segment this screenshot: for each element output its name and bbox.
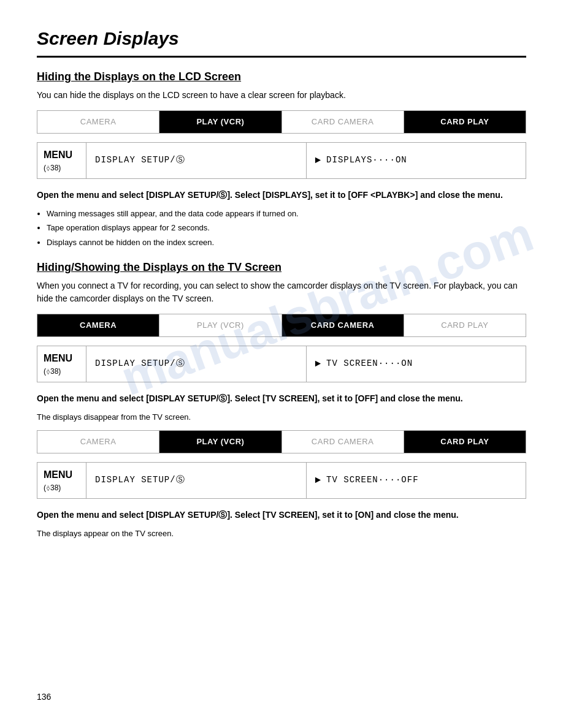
menu-value-text-3: TV SCREEN····OFF: [326, 474, 418, 487]
menu-arrow-3: ►: [315, 473, 322, 488]
mode-btn-play-vcr-1[interactable]: PLAY (VCR): [159, 111, 282, 133]
menu-word-1: MENU: [44, 148, 72, 162]
menu-word-3: MENU: [44, 468, 72, 482]
bullet-1-2: Tape operation displays appear for 2 sec…: [47, 222, 526, 234]
section1-instruction: Open the menu and select [DISPLAY SETUP/…: [37, 189, 526, 202]
section2-intro: When you connect a TV for recording, you…: [37, 279, 526, 305]
section1-bullets: Warning messages still appear, and the d…: [37, 208, 526, 249]
mode-btn-card-play-1[interactable]: CARD PLAY: [404, 111, 526, 133]
menu-row-2: MENU (⎀38) DISPLAY SETUP/Ⓢ ► TV SCREEN··…: [37, 346, 526, 382]
mode-btn-play-vcr-3[interactable]: PLAY (VCR): [159, 431, 282, 453]
bullet-1-1: Warning messages still appear, and the d…: [47, 208, 526, 220]
mode-btn-camera-1[interactable]: CAMERA: [37, 111, 159, 133]
menu-arrow-2: ►: [315, 357, 322, 371]
mode-btn-camera-2[interactable]: CAMERA: [37, 314, 159, 336]
mode-btn-card-play-2[interactable]: CARD PLAY: [404, 314, 526, 336]
mode-btn-card-camera-3[interactable]: CARD CAMERA: [282, 431, 404, 453]
mode-btn-card-play-3[interactable]: CARD PLAY: [404, 431, 526, 453]
menu-label-3: MENU (⎀38): [37, 463, 86, 498]
mode-bar-3: CAMERA PLAY (VCR) CARD CAMERA CARD PLAY: [37, 430, 526, 453]
section1-title: Hiding the Displays on the LCD Screen: [37, 69, 526, 85]
mode-bar-1: CAMERA PLAY (VCR) CARD CAMERA CARD PLAY: [37, 110, 526, 134]
section1-intro: You can hide the displays on the LCD scr…: [37, 89, 526, 102]
section2-instruction2: Open the menu and select [DISPLAY SETUP/…: [37, 509, 526, 521]
menu-value-1: ► DISPLAYS····ON: [307, 143, 526, 178]
mode-btn-play-vcr-2[interactable]: PLAY (VCR): [159, 314, 282, 336]
menu-ref-1: (⎀38): [44, 162, 61, 173]
mode-btn-card-camera-2[interactable]: CARD CAMERA: [282, 314, 404, 336]
menu-value-text-1: DISPLAYS····ON: [326, 154, 407, 167]
section2-instruction1: Open the menu and select [DISPLAY SETUP/…: [37, 392, 526, 405]
menu-word-2: MENU: [44, 351, 72, 366]
menu-display-setup-1: DISPLAY SETUP/Ⓢ: [86, 143, 307, 178]
page-number: 136: [37, 691, 51, 703]
section2-title: Hiding/Showing the Displays on the TV Sc…: [37, 259, 526, 276]
section2-note1: The displays disappear from the TV scree…: [37, 411, 526, 423]
page-title: Screen Displays: [37, 25, 526, 52]
menu-display-setup-2: DISPLAY SETUP/Ⓢ: [86, 346, 307, 382]
menu-ref-2: (⎀38): [44, 366, 61, 377]
menu-display-setup-3: DISPLAY SETUP/Ⓢ: [86, 463, 307, 498]
menu-value-2: ► TV SCREEN····ON: [307, 346, 526, 382]
mode-btn-card-camera-1[interactable]: CARD CAMERA: [282, 111, 404, 133]
menu-value-text-2: TV SCREEN····ON: [326, 357, 413, 370]
menu-arrow-1: ►: [315, 153, 322, 168]
menu-ref-3: (⎀38): [44, 482, 61, 493]
menu-value-3: ► TV SCREEN····OFF: [307, 463, 526, 498]
bullet-1-3: Displays cannot be hidden on the index s…: [47, 237, 526, 249]
menu-row-3: MENU (⎀38) DISPLAY SETUP/Ⓢ ► TV SCREEN··…: [37, 462, 526, 499]
menu-label-2: MENU (⎀38): [37, 346, 86, 382]
mode-btn-camera-3[interactable]: CAMERA: [37, 431, 159, 453]
section2-note2: The displays appear on the TV screen.: [37, 528, 526, 540]
title-divider: [37, 56, 526, 58]
menu-row-1: MENU (⎀38) DISPLAY SETUP/Ⓢ ► DISPLAYS···…: [37, 142, 526, 179]
menu-label-1: MENU (⎀38): [37, 143, 86, 178]
mode-bar-2: CAMERA PLAY (VCR) CARD CAMERA CARD PLAY: [37, 314, 526, 337]
